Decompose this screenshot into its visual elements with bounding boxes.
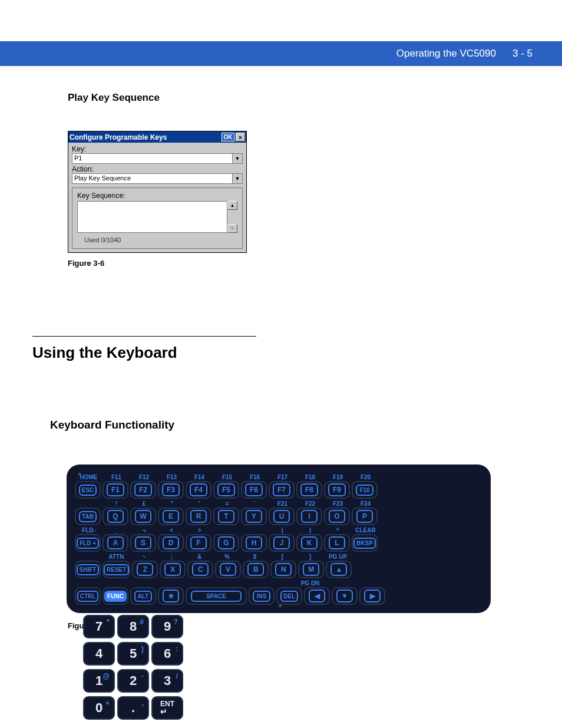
key-legend <box>213 527 241 534</box>
key-cap: S <box>135 536 151 549</box>
key-h[interactable]: H <box>241 534 267 552</box>
key-legend: ! <box>103 500 130 508</box>
key-q[interactable]: Q <box>103 508 128 525</box>
key-[interactable]: ▼ <box>332 587 358 605</box>
key-e[interactable]: E <box>158 508 184 525</box>
key-[interactable]: ★ <box>158 587 184 605</box>
ok-button[interactable]: OK <box>222 133 234 141</box>
key-legend: F23 <box>324 500 352 508</box>
key-f10[interactable]: F10 <box>352 481 378 499</box>
key-superscript: / <box>176 672 178 680</box>
key-legend: F17 <box>269 474 296 481</box>
key-j[interactable]: J <box>269 534 295 552</box>
key-x[interactable]: X <box>160 561 186 578</box>
numkey-4[interactable]: 4 <box>83 642 115 666</box>
numkey-8[interactable]: 8# <box>117 615 149 638</box>
top-label-row: HOMEF11F12F13F14F15F16F17F18F19F20 <box>75 474 387 481</box>
key-u[interactable]: U <box>269 508 295 525</box>
key-cap: F4 <box>190 483 207 496</box>
numkey-6[interactable]: 6: <box>151 642 183 666</box>
key-i[interactable]: I <box>296 508 322 525</box>
key-cap: 9 <box>164 619 171 634</box>
top-margin <box>0 0 562 41</box>
key-y[interactable]: Y <box>241 508 267 525</box>
key-f6[interactable]: F6 <box>241 481 267 499</box>
close-button[interactable]: × <box>236 133 245 141</box>
key-dropdown[interactable]: P1 ▼ <box>72 153 243 164</box>
key-s[interactable]: S <box>130 534 156 552</box>
numkey-7[interactable]: 7* <box>83 615 115 638</box>
key-w[interactable]: W <box>130 508 156 525</box>
key-g[interactable]: G <box>213 534 239 552</box>
scroll-down-button[interactable]: ▼ <box>227 224 237 233</box>
key-cap: T <box>218 510 234 523</box>
key-k[interactable]: K <box>296 534 322 552</box>
key-f[interactable]: F <box>186 534 211 552</box>
key-v[interactable]: V <box>215 561 241 578</box>
key-m[interactable]: M <box>298 561 324 578</box>
key-reset[interactable]: RESET <box>103 561 130 578</box>
mid-label-row-4: PG DN <box>75 580 387 587</box>
key-p[interactable]: P <box>352 508 378 525</box>
key-sequence-textarea[interactable] <box>77 201 227 233</box>
key-a[interactable]: A <box>103 534 128 552</box>
numkey-5[interactable]: 5) <box>117 642 149 666</box>
heading-using-the-keyboard: Using the Keyboard <box>32 344 530 362</box>
numkey-9[interactable]: 9? <box>151 615 183 638</box>
key-legend: < <box>158 527 186 534</box>
key-shift[interactable]: SHIFT <box>75 561 101 578</box>
key-f5[interactable]: F5 <box>213 481 239 499</box>
key-legend: PG UP <box>324 554 352 561</box>
action-dropdown[interactable]: Play Key Sequence ▼ <box>72 173 243 184</box>
key-ins[interactable]: INS <box>249 587 275 605</box>
key-esc[interactable]: ESC <box>75 481 101 499</box>
numkey-3[interactable]: 3/ <box>151 669 183 693</box>
heading-keyboard-functionality: Keyboard Functionality <box>50 419 530 431</box>
key-t[interactable]: T <box>213 508 239 525</box>
key-[interactable]: ◀ <box>304 587 330 605</box>
key-func[interactable]: FUNC <box>103 587 128 605</box>
key-c[interactable]: C <box>187 561 213 578</box>
chevron-down-icon: ▼ <box>232 174 242 183</box>
key-r[interactable]: R <box>186 508 211 525</box>
key-space[interactable]: SPACE <box>186 587 247 605</box>
key-alt[interactable]: ALT <box>130 587 156 605</box>
key-cap: 4 <box>95 646 103 661</box>
key-b[interactable]: B <box>243 561 269 578</box>
key-o[interactable]: O <box>324 508 350 525</box>
numkey-.[interactable]: ., <box>117 696 149 720</box>
key-f9[interactable]: F9 <box>324 481 350 499</box>
key-z[interactable]: Z <box>132 561 158 578</box>
key-legend: F19 <box>324 474 352 481</box>
key-legend: " <box>158 500 186 508</box>
key-[interactable]: ▶ <box>359 587 385 605</box>
key-cap: 5 <box>130 646 137 661</box>
key-fld[interactable]: FLD + <box>75 534 101 552</box>
numkey-1[interactable]: 1@ <box>83 669 115 693</box>
key-f1[interactable]: F1 <box>103 481 128 499</box>
numkey-0[interactable]: 0+ <box>83 696 115 720</box>
key-f8[interactable]: F8 <box>296 481 322 499</box>
key-f7[interactable]: F7 <box>269 481 295 499</box>
key-ctrl[interactable]: CTRL <box>75 587 101 605</box>
key-d[interactable]: D <box>158 534 184 552</box>
key-legend: F22 <box>296 500 324 508</box>
key-l[interactable]: L <box>324 534 350 552</box>
key-bksp[interactable]: BKSP <box>352 534 378 552</box>
key-f3[interactable]: F3 <box>158 481 184 499</box>
key-n[interactable]: N <box>270 561 296 578</box>
numkey-ent[interactable]: ENT↵ <box>151 696 183 720</box>
key-legend: PG DN <box>296 580 324 587</box>
key-superscript: * <box>107 618 110 626</box>
key-[interactable]: ▲ <box>326 561 352 578</box>
key-legend: F24 <box>352 500 379 508</box>
scroll-up-button[interactable]: ▲ <box>227 201 237 210</box>
key-cap: M <box>303 563 319 576</box>
key-f2[interactable]: F2 <box>130 481 156 499</box>
key-tab[interactable]: TAB <box>75 508 101 525</box>
key-cap: 3 <box>164 673 171 689</box>
numkey-2[interactable]: 2- <box>117 669 149 693</box>
key-legend <box>103 580 130 587</box>
key-del[interactable]: DEL <box>276 587 302 605</box>
key-f4[interactable]: F4 <box>186 481 211 499</box>
